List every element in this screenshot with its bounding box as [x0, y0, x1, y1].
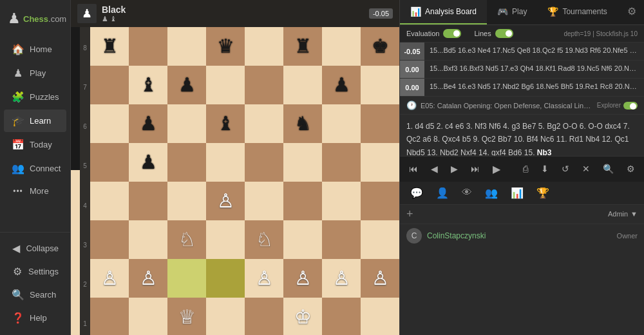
square[interactable]: ♟ [129, 104, 167, 143]
square[interactable] [322, 220, 361, 259]
square[interactable]: ♕ [167, 298, 206, 335]
share-button[interactable]: ⎙ [518, 161, 533, 177]
square[interactable] [167, 182, 206, 220]
analysis-line-2[interactable]: 0.00 15...Bxf3 16.Bxf3 Nd5 17.e3 Qh4 18.… [400, 61, 644, 79]
square[interactable]: ♚ [361, 27, 399, 66]
board-settings-button[interactable]: ⚙ [621, 161, 640, 177]
square[interactable]: ♙ [129, 259, 167, 298]
square[interactable] [90, 143, 129, 182]
square[interactable] [361, 143, 399, 182]
action-tab-trophy[interactable]: 🏆 [530, 183, 556, 203]
square[interactable] [283, 66, 322, 104]
square[interactable]: ♙ [361, 259, 399, 298]
square[interactable]: ♘ [245, 220, 283, 259]
square[interactable] [206, 143, 245, 182]
tab-play[interactable]: 🎮 Play [487, 0, 537, 24]
nav-help[interactable]: ❓ Help [4, 307, 66, 329]
square[interactable]: ♙ [245, 259, 283, 298]
next-move-button[interactable]: ▶ [446, 161, 463, 177]
nav-search[interactable]: 🔍 Search [4, 283, 66, 306]
square[interactable] [206, 259, 245, 298]
action-tab-spectators[interactable]: 👁 [455, 183, 478, 202]
square[interactable] [322, 143, 361, 182]
search-position-button[interactable]: 🔍 [598, 161, 619, 177]
action-tab-chat[interactable]: 💬 [404, 183, 430, 203]
square[interactable] [90, 104, 129, 143]
nav-settings[interactable]: ⚙ Settings [4, 260, 66, 283]
square[interactable]: ♟ [167, 66, 206, 104]
square[interactable] [361, 182, 399, 220]
square[interactable] [206, 66, 245, 104]
add-member-button[interactable]: + [406, 207, 413, 221]
square[interactable] [245, 143, 283, 182]
analysis-line-1[interactable]: -0.05 15...Bd5 16.e3 Ne4 17.Nc5 Qe8 18.Q… [400, 43, 644, 61]
square[interactable] [322, 298, 361, 335]
square[interactable] [322, 104, 361, 143]
last-move-button[interactable]: ⏭ [466, 161, 485, 177]
square[interactable] [90, 66, 129, 104]
play-button[interactable]: ▶ [488, 160, 506, 178]
action-tab-player[interactable]: 👤 [430, 183, 455, 203]
square[interactable] [322, 27, 361, 66]
close-button[interactable]: ✕ [577, 161, 595, 177]
square[interactable] [129, 298, 167, 335]
square[interactable] [283, 143, 322, 182]
square[interactable] [283, 220, 322, 259]
square[interactable]: ♝ [206, 104, 245, 143]
square[interactable] [245, 66, 283, 104]
square[interactable] [245, 298, 283, 335]
explorer-toggle[interactable]: Explorer [597, 102, 638, 110]
square[interactable] [90, 220, 129, 259]
panel-settings-button[interactable]: ⚙ [620, 0, 644, 24]
square[interactable]: ♙ [90, 259, 129, 298]
nav-connect[interactable]: 👥 Connect [4, 157, 66, 180]
square[interactable]: ♙ [322, 259, 361, 298]
square[interactable] [167, 27, 206, 66]
square[interactable] [245, 27, 283, 66]
logo[interactable]: ♟ Chess.com [0, 5, 70, 37]
nav-more[interactable]: ••• More [4, 181, 66, 201]
square[interactable]: ♔ [283, 298, 322, 335]
square[interactable] [361, 220, 399, 259]
square[interactable]: ♘ [167, 220, 206, 259]
square[interactable] [206, 220, 245, 259]
square[interactable] [283, 182, 322, 220]
square[interactable]: ♙ [206, 182, 245, 220]
square[interactable] [206, 298, 245, 335]
nav-collapse[interactable]: ◀ Collapse [4, 237, 66, 260]
prev-move-button[interactable]: ◀ [426, 161, 443, 177]
action-tab-stats[interactable]: 📊 [504, 183, 530, 203]
square[interactable]: ♟ [322, 66, 361, 104]
square[interactable] [129, 27, 167, 66]
square[interactable] [245, 104, 283, 143]
member-name[interactable]: ColinStapczynski [427, 231, 486, 240]
square[interactable]: ♜ [283, 27, 322, 66]
square[interactable] [322, 182, 361, 220]
square[interactable] [90, 182, 129, 220]
square[interactable]: ♝ [129, 66, 167, 104]
square[interactable] [361, 104, 399, 143]
chess-board[interactable]: ♜♛♜♚♝♟♟♟♝♞♟♙♘♘♙♙♙♙♙♙♕♔ [90, 27, 399, 335]
nav-home[interactable]: 🏠 Home [4, 38, 66, 61]
nav-today[interactable]: 📅 Today [4, 133, 66, 156]
square[interactable]: ♜ [90, 27, 129, 66]
action-tab-teams[interactable]: 👥 [478, 183, 504, 203]
lines-toggle[interactable] [495, 29, 513, 38]
nav-puzzles[interactable]: 🧩 Puzzles [4, 86, 66, 108]
square[interactable] [90, 298, 129, 335]
first-move-button[interactable]: ⏮ [404, 161, 423, 177]
square[interactable] [245, 182, 283, 220]
tab-analysis[interactable]: 📊 Analysis Board [400, 0, 487, 24]
download-button[interactable]: ⬇ [536, 161, 554, 177]
square[interactable] [361, 66, 399, 104]
flip-button[interactable]: ↺ [556, 161, 574, 177]
tab-tournaments[interactable]: 🏆 Tournaments [537, 0, 617, 24]
square[interactable] [129, 182, 167, 220]
admin-dropdown[interactable]: Admin ▼ [608, 210, 638, 218]
square[interactable] [167, 259, 206, 298]
square[interactable]: ♟ [129, 143, 167, 182]
evaluation-toggle[interactable] [443, 29, 461, 38]
square[interactable] [129, 220, 167, 259]
explorer-toggle-switch[interactable] [623, 102, 638, 110]
nav-play[interactable]: ♟ Play [4, 62, 66, 84]
